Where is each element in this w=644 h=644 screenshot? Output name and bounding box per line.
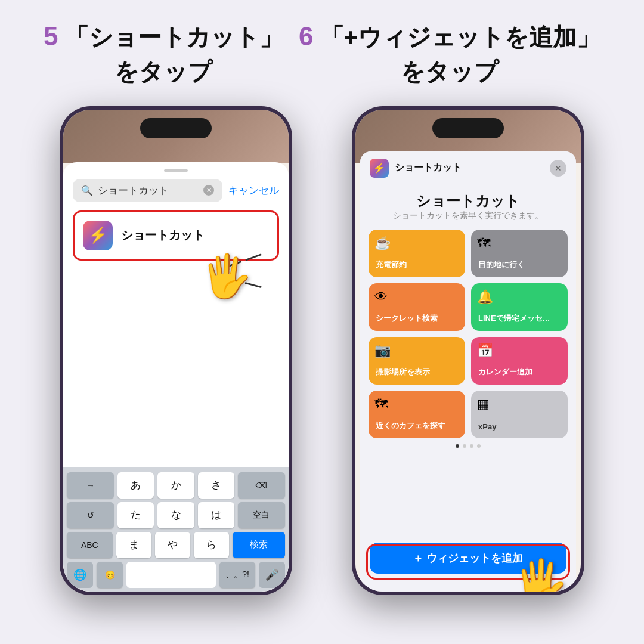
kb-key-delete[interactable]: ⌫ bbox=[238, 472, 285, 499]
widget-close-button[interactable]: ✕ bbox=[550, 160, 566, 177]
phones-row: 🔍 ショートカット ✕ キャンセル ⚡ ショートカット — — bbox=[0, 100, 644, 595]
tile8-label: xPay bbox=[478, 422, 561, 431]
right-phone: ⚡ ショートカット ✕ ショートカット ショートカットを素早く実行できます。 ☕… bbox=[352, 106, 584, 595]
dot-1 bbox=[456, 444, 459, 448]
kb-key-search[interactable]: 検索 bbox=[233, 532, 285, 558]
search-bar: 🔍 ショートカット ✕ キャンセル bbox=[73, 179, 279, 202]
left-phone-inner: 🔍 ショートカット ✕ キャンセル ⚡ ショートカット — — bbox=[63, 110, 289, 592]
pagination-dots bbox=[360, 444, 576, 448]
kb-key-arrow[interactable]: → bbox=[67, 472, 114, 499]
tile3-label: シークレット検索 bbox=[376, 313, 458, 324]
tile8-icon: ▦ bbox=[477, 397, 490, 412]
kb-key-ya[interactable]: や bbox=[155, 532, 190, 558]
kb-key-na[interactable]: な bbox=[157, 502, 194, 528]
step5-line1: 「ショートカット」 bbox=[65, 24, 283, 50]
kb-key-abc[interactable]: ABC bbox=[67, 532, 113, 558]
step6-line1: 「+ウィジェットを追加」 bbox=[320, 24, 600, 50]
dot-3 bbox=[470, 444, 473, 448]
kb-globe-button[interactable]: 🌐 bbox=[67, 562, 93, 588]
widget-tile-4: 🔔 LINEで帰宅メッセ… bbox=[471, 283, 568, 331]
widget-main-title: ショートカット bbox=[360, 191, 576, 210]
shortcuts-app-icon: ⚡ bbox=[83, 221, 113, 250]
tile1-label: 充電節約 bbox=[376, 259, 458, 270]
kb-key-sa[interactable]: さ bbox=[198, 472, 234, 499]
widget-tile-1: ☕ 充電節約 bbox=[369, 230, 465, 277]
kb-row-3: ABC ま や ら 検索 bbox=[67, 532, 285, 558]
search-input-box[interactable]: 🔍 ショートカット ✕ bbox=[73, 179, 222, 202]
step6-label: 6 「+ウィジェットを追加」 をタップ bbox=[299, 18, 600, 88]
search-query-text: ショートカット bbox=[98, 184, 199, 197]
kb-row-1: → あ か さ ⌫ bbox=[67, 472, 285, 499]
hand-cursor-right: 🖐 bbox=[513, 557, 569, 592]
kb-key-emoji[interactable]: 😊 bbox=[97, 562, 123, 588]
tile5-label: 撮影場所を表示 bbox=[376, 367, 458, 377]
tile7-icon: 🗺 bbox=[374, 397, 388, 412]
widget-header-title: ショートカット bbox=[395, 162, 462, 174]
dynamic-island-left bbox=[140, 118, 212, 138]
tile6-label: カレンダー追加 bbox=[478, 367, 561, 377]
kb-key-ra[interactable]: ら bbox=[194, 532, 229, 558]
kb-space-key[interactable] bbox=[126, 562, 216, 588]
add-widget-label: ＋ ウィジェットを追加 bbox=[413, 551, 523, 565]
search-sheet: 🔍 ショートカット ✕ キャンセル ⚡ ショートカット — — bbox=[63, 162, 289, 592]
tile2-icon: 🗺 bbox=[477, 236, 490, 251]
keyboard: → あ か さ ⌫ ↺ た な は 空白 bbox=[63, 467, 289, 592]
search-icon: 🔍 bbox=[81, 185, 93, 196]
header: 5 「ショートカット」 をタップ 6 「+ウィジェットを追加」 をタップ bbox=[0, 0, 644, 100]
right-screen-content: ⚡ ショートカット ✕ ショートカット ショートカットを素早く実行できます。 ☕… bbox=[355, 110, 581, 592]
right-phone-inner: ⚡ ショートカット ✕ ショートカット ショートカットを素早く実行できます。 ☕… bbox=[355, 110, 581, 592]
result-app-name: ショートカット bbox=[121, 227, 205, 243]
kb-key-space[interactable]: 空白 bbox=[238, 502, 285, 528]
hand-cursor-left: 🖐 bbox=[200, 252, 252, 301]
cancel-button[interactable]: キャンセル bbox=[228, 184, 279, 197]
dynamic-island-right bbox=[432, 118, 504, 138]
left-phone: 🔍 ショートカット ✕ キャンセル ⚡ ショートカット — — bbox=[60, 106, 292, 595]
widget-sheet: ⚡ ショートカット ✕ ショートカット ショートカットを素早く実行できます。 ☕… bbox=[360, 151, 576, 592]
kb-key-punctuation[interactable]: 、。?! bbox=[219, 562, 255, 588]
widget-grid: ☕ 充電節約 🗺 目的地に行く 👁 シークレット検索 🔔 bbox=[360, 230, 576, 438]
tile4-label: LINEで帰宅メッセ… bbox=[478, 313, 561, 324]
left-screen-content: 🔍 ショートカット ✕ キャンセル ⚡ ショートカット — — bbox=[63, 110, 289, 592]
kb-row-2: ↺ た な は 空白 bbox=[67, 502, 285, 528]
kb-row-4: 🌐 😊 、。?! 🎤 bbox=[67, 562, 285, 588]
step6-number: 6 bbox=[299, 21, 313, 51]
kb-key-redo[interactable]: ↺ bbox=[67, 502, 114, 528]
widget-tile-5: 📷 撮影場所を表示 bbox=[369, 337, 465, 385]
kb-mic-button[interactable]: 🎤 bbox=[259, 562, 285, 588]
step5-line2: をタップ bbox=[114, 58, 212, 85]
kb-key-a[interactable]: あ bbox=[117, 472, 154, 499]
widget-header-icon: ⚡ bbox=[370, 159, 389, 178]
step5-number: 5 bbox=[44, 21, 58, 51]
tile6-icon: 📅 bbox=[477, 343, 493, 358]
widget-tile-7: 🗺 近くのカフェを探す bbox=[369, 391, 465, 438]
tile5-icon: 📷 bbox=[374, 343, 391, 358]
tile3-icon: 👁 bbox=[374, 289, 388, 305]
widget-tile-3: 👁 シークレット検索 bbox=[369, 283, 465, 331]
sheet-handle bbox=[164, 169, 188, 172]
widget-tile-2: 🗺 目的地に行く bbox=[471, 230, 568, 277]
step6-line2: をタップ bbox=[401, 58, 499, 85]
tile4-icon: 🔔 bbox=[477, 289, 493, 305]
dot-2 bbox=[463, 444, 466, 448]
tile7-label: 近くのカフェを探す bbox=[376, 420, 458, 431]
step5-label: 5 「ショートカット」 をタップ bbox=[44, 18, 283, 88]
widget-tile-8: ▦ xPay bbox=[471, 391, 568, 438]
widget-tile-6: 📅 カレンダー追加 bbox=[471, 337, 568, 385]
widget-sheet-header: ⚡ ショートカット ✕ bbox=[360, 151, 576, 184]
kb-key-ma[interactable]: ま bbox=[116, 532, 151, 558]
widget-main-sub: ショートカットを素早く実行できます。 bbox=[360, 210, 576, 221]
kb-key-ha[interactable]: は bbox=[198, 502, 234, 528]
tile1-icon: ☕ bbox=[374, 236, 391, 251]
search-clear-button[interactable]: ✕ bbox=[203, 185, 214, 196]
tile2-label: 目的地に行く bbox=[478, 259, 561, 270]
kb-key-ta[interactable]: た bbox=[117, 502, 154, 528]
kb-key-ka[interactable]: か bbox=[157, 472, 194, 499]
widget-header-left: ⚡ ショートカット bbox=[370, 159, 462, 178]
dot-4 bbox=[477, 444, 481, 448]
